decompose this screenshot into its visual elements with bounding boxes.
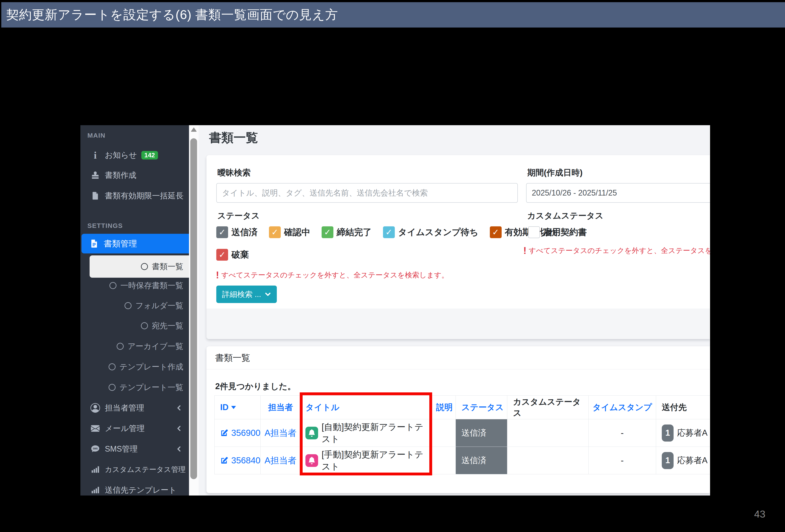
sidebar-item-label: テンプレート一覧 bbox=[120, 382, 183, 393]
sidebar-item-create-doc[interactable]: 書類作成 bbox=[80, 165, 189, 185]
sidebar-item-sms-manage[interactable]: SMS SMS管理 bbox=[80, 439, 189, 459]
sidebar-item-label: フォルダ一覧 bbox=[135, 300, 183, 311]
sidebar-item-archive-list[interactable]: アーカイブ一覧 bbox=[80, 336, 189, 357]
sidebar-section-settings: SETTINGS bbox=[87, 221, 123, 230]
circle-icon bbox=[109, 282, 117, 289]
status-checkbox-sent[interactable]: 送信済 bbox=[216, 226, 258, 238]
status-checkbox-row2: 破棄 bbox=[216, 249, 249, 261]
sidebar-item-label: テンプレート作成 bbox=[120, 361, 183, 372]
column-header-title[interactable]: タイトル bbox=[301, 396, 432, 419]
column-header-description[interactable]: 説明 bbox=[432, 396, 456, 419]
column-header-id[interactable]: ID bbox=[214, 396, 261, 419]
status-checkbox-concluded[interactable]: 締結完了 bbox=[322, 226, 372, 238]
column-header-owner[interactable]: 担当者 bbox=[261, 396, 301, 419]
owner-link[interactable]: A担当者 bbox=[264, 427, 297, 439]
scroll-up-arrow-icon[interactable] bbox=[191, 127, 197, 132]
sort-caret-icon bbox=[231, 406, 236, 409]
sidebar-item-notice[interactable]: i お知らせ 142 bbox=[80, 145, 189, 166]
circle-icon bbox=[108, 363, 116, 370]
sidebar-item-label: 一時保存書類一覧 bbox=[120, 280, 183, 291]
sidebar-item-doc-list[interactable]: 書類一覧 bbox=[90, 255, 189, 278]
sidebar-item-label: SMS管理 bbox=[105, 444, 137, 454]
sidebar-item-doc-manage[interactable]: 書類管理 bbox=[81, 234, 189, 253]
bell-icon bbox=[305, 427, 318, 439]
recipient-count-badge: 1 bbox=[662, 452, 674, 469]
id-cell[interactable]: 356840 bbox=[214, 447, 261, 474]
sidebar-item-folder-list[interactable]: フォルダ一覧 bbox=[80, 295, 189, 316]
checked-checkbox-icon[interactable] bbox=[269, 226, 281, 238]
sidebar-item-label: カスタムステータス管理 bbox=[105, 465, 185, 475]
checked-checkbox-icon[interactable] bbox=[490, 226, 502, 238]
sidebar-item-label: アーカイブ一覧 bbox=[128, 341, 183, 352]
sidebar-item-label: メール管理 bbox=[105, 423, 145, 434]
status-cell: 送信済 bbox=[456, 419, 507, 447]
custom-status-checkbox-employment[interactable]: 雇用契約書 bbox=[528, 226, 587, 238]
checked-checkbox-icon[interactable] bbox=[322, 226, 333, 238]
sidebar-item-template-create[interactable]: テンプレート作成 bbox=[80, 357, 189, 377]
column-header-custom-status: カスタムステータス bbox=[507, 396, 589, 419]
sidebar-item-recipient-list[interactable]: 宛先一覧 bbox=[80, 315, 189, 336]
title-cell: [自動]契約更新アラートテスト bbox=[301, 419, 432, 447]
description-cell bbox=[432, 419, 456, 447]
recipient-count-badge: 1 bbox=[662, 425, 674, 441]
sidebar-scrollbar-thumb[interactable] bbox=[190, 138, 197, 479]
timestamp-cell: - bbox=[589, 419, 656, 447]
sidebar-item-label: 書類管理 bbox=[104, 238, 137, 249]
status-checkbox-row: 送信済 確認中 締結完了 タイムスタンプ待ち bbox=[216, 226, 557, 238]
bar-chart-icon bbox=[88, 465, 102, 474]
search-panel-footer bbox=[206, 309, 710, 339]
stamp-icon bbox=[88, 170, 102, 180]
bell-icon bbox=[305, 454, 318, 467]
slide-canvas: 契約更新アラートを設定する(6) 書類一覧画面での見え方 43 MAIN i お… bbox=[0, 0, 785, 532]
file-text-icon bbox=[87, 238, 101, 249]
chevron-left-icon bbox=[176, 405, 182, 411]
sidebar-item-template-list[interactable]: テンプレート一覧 bbox=[80, 377, 189, 398]
sidebar-item-temp-saved-list[interactable]: 一時保存書類一覧 bbox=[80, 275, 189, 296]
sidebar-item-manager-manage[interactable]: 担当者管理 bbox=[80, 398, 189, 418]
edit-icon[interactable] bbox=[220, 456, 228, 465]
person-circle-icon bbox=[88, 403, 102, 413]
edit-icon[interactable] bbox=[220, 428, 228, 438]
sidebar-item-custom-status-manage[interactable]: カスタムステータス管理 bbox=[80, 459, 189, 480]
checked-checkbox-icon[interactable] bbox=[216, 249, 228, 261]
column-header-status[interactable]: ステータス bbox=[456, 396, 507, 419]
doc-list-panel-title: 書類一覧 bbox=[206, 346, 710, 370]
period-label: 期間(作成日時) bbox=[527, 167, 582, 178]
advanced-search-button[interactable]: 詳細検索 ... bbox=[216, 285, 277, 303]
envelope-icon bbox=[88, 424, 102, 433]
chevron-left-icon bbox=[176, 425, 182, 432]
fuzzy-search-input[interactable] bbox=[216, 183, 518, 203]
sidebar-item-label: 書類一覧 bbox=[152, 261, 183, 272]
info-icon: i bbox=[88, 149, 102, 161]
sidebar-item-label: 書類有効期限一括延長 bbox=[105, 191, 183, 201]
result-count: 2件見つかりました。 bbox=[215, 381, 296, 392]
id-cell[interactable]: 356900 bbox=[214, 419, 261, 447]
fuzzy-search-label: 曖昧検索 bbox=[218, 167, 251, 178]
checked-checkbox-icon[interactable] bbox=[383, 226, 395, 238]
slide-title-bar: 契約更新アラートを設定する(6) 書類一覧画面での見え方 bbox=[1, 2, 785, 27]
status-checkbox-discarded[interactable]: 破棄 bbox=[216, 249, 249, 261]
table-row: 356840 A担当者 [手動]契約更新アラートテスト 送信済 - bbox=[214, 447, 710, 474]
circle-icon bbox=[125, 302, 131, 309]
svg-text:SMS: SMS bbox=[93, 448, 98, 450]
circle-icon bbox=[108, 384, 116, 391]
owner-link[interactable]: A担当者 bbox=[264, 454, 297, 466]
slide-title: 契約更新アラートを設定する(6) 書類一覧画面での見え方 bbox=[6, 6, 338, 23]
column-header-timestamp[interactable]: タイムスタンプ bbox=[589, 396, 656, 419]
description-cell bbox=[432, 447, 456, 474]
circle-icon bbox=[117, 343, 124, 350]
unchecked-checkbox-icon[interactable] bbox=[528, 226, 540, 238]
sidebar-section-main: MAIN bbox=[87, 131, 105, 140]
status-checkbox-timestamp-waiting[interactable]: タイムスタンプ待ち bbox=[383, 226, 479, 238]
status-checkbox-confirming[interactable]: 確認中 bbox=[269, 226, 310, 238]
sidebar-item-extend-expiry[interactable]: 書類有効期限一括延長 bbox=[80, 185, 189, 206]
circle-icon bbox=[141, 263, 148, 270]
main-content: 書類一覧 曖昧検索 期間(作成日時) ステータス 送信済 確認中 bbox=[199, 125, 710, 496]
checked-checkbox-icon[interactable] bbox=[216, 226, 228, 238]
sidebar-item-mail-manage[interactable]: メール管理 bbox=[80, 418, 189, 439]
period-input[interactable] bbox=[526, 183, 710, 203]
custom-status-label: カスタムステータス bbox=[527, 210, 603, 221]
sidebar-item-dest-template[interactable]: 送信先テンプレート bbox=[80, 480, 189, 496]
exclamation-icon: ! bbox=[216, 270, 219, 280]
timestamp-cell: - bbox=[589, 447, 656, 474]
